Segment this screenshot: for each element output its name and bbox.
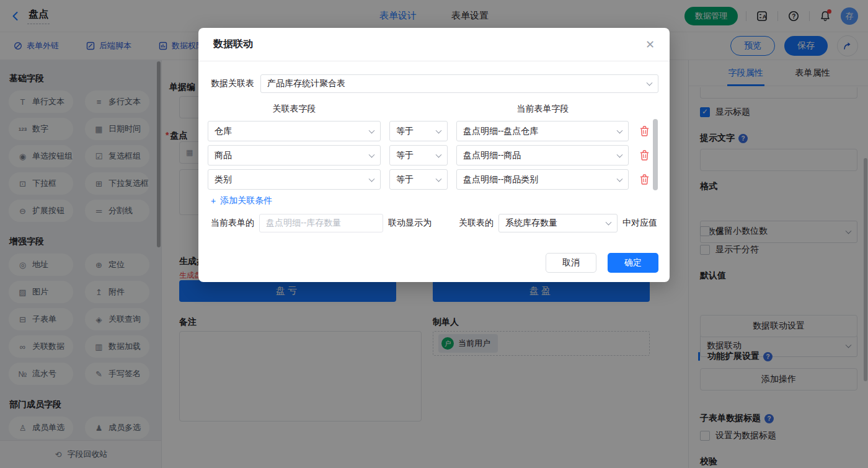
delete-condition-button[interactable]: [637, 145, 651, 166]
dialog-footer: 取消 确定: [546, 253, 658, 273]
delete-condition-button[interactable]: [637, 169, 651, 190]
current-form-field-select[interactable]: 盘点明细--商品: [456, 145, 629, 166]
chevron-down-icon: [369, 127, 375, 133]
operator-select-value: 等于: [396, 174, 414, 185]
condition-row: 仓库等于盘点明细--盘点仓库: [208, 121, 651, 141]
related-table-field-select-value: 类别: [215, 174, 232, 185]
current-form-field-select[interactable]: 盘点明细--商品类别: [456, 169, 629, 190]
linked-table-select[interactable]: 产品库存统计聚合表: [260, 74, 658, 93]
trash-icon: [640, 150, 649, 161]
mapping-row: 当前表单的 盘点明细--库存数量 联动显示为 关联表的 系统库存数量 中对应值: [211, 214, 657, 232]
related-table-field-select[interactable]: 仓库: [208, 121, 381, 141]
chevron-down-icon: [436, 151, 442, 157]
chevron-down-icon: [606, 219, 612, 226]
data-linkage-dialog: 数据联动 ✕ 数据关联表 产品库存统计聚合表 关联表字段 当前表单字段 仓库等于…: [198, 28, 670, 282]
app: 盘点 表单设计 表单设置 数据管理 A ? 存 表单外链: [0, 0, 868, 468]
current-form-field-select-value: 盘点明细--商品类别: [463, 174, 538, 185]
linked-table-row: 数据关联表 产品库存统计聚合表: [211, 74, 658, 93]
trash-icon: [640, 174, 649, 185]
column-header-right: 当前表单字段: [456, 104, 629, 115]
mapping-mid-label: 联动显示为: [388, 218, 432, 229]
column-header-left: 关联表字段: [208, 104, 381, 115]
mapping-rel-label: 关联表的: [459, 218, 494, 229]
dialog-header: 数据联动 ✕: [198, 28, 670, 61]
operator-select-value: 等于: [396, 150, 414, 161]
linked-table-value: 产品库存统计聚合表: [267, 78, 345, 89]
operator-select[interactable]: 等于: [389, 121, 448, 141]
related-table-field-select[interactable]: 类别: [208, 169, 381, 190]
chevron-down-icon: [436, 175, 442, 182]
operator-select-value: 等于: [396, 126, 414, 137]
confirm-button[interactable]: 确定: [608, 253, 658, 273]
add-condition-link[interactable]: + 添加关联条件: [211, 195, 272, 206]
mapping-suffix-label: 中对应值: [622, 218, 657, 229]
dialog-scrollbar[interactable]: [653, 119, 658, 190]
chevron-down-icon: [436, 127, 442, 133]
cancel-button[interactable]: 取消: [546, 253, 596, 273]
trash-icon: [640, 126, 649, 136]
plus-icon: +: [211, 196, 216, 206]
chevron-down-icon: [647, 80, 653, 86]
close-icon[interactable]: ✕: [645, 39, 655, 50]
related-table-field-select-value: 商品: [215, 150, 232, 161]
current-form-field-select-value: 盘点明细--商品: [463, 150, 521, 161]
related-table-field-select[interactable]: 商品: [208, 145, 381, 166]
current-form-field-select-value: 盘点明细--盘点仓库: [463, 126, 538, 137]
related-field-select[interactable]: 系统库存数量: [498, 214, 618, 232]
condition-row: 类别等于盘点明细--商品类别: [208, 169, 651, 190]
operator-select[interactable]: 等于: [389, 145, 448, 166]
condition-row: 商品等于盘点明细--商品: [208, 145, 651, 166]
chevron-down-icon: [617, 127, 623, 133]
chevron-down-icon: [617, 151, 623, 157]
related-field-value: 系统库存数量: [505, 218, 557, 229]
chevron-down-icon: [369, 151, 375, 157]
condition-rows: 仓库等于盘点明细--盘点仓库商品等于盘点明细--商品类别等于盘点明细--商品类别: [208, 121, 651, 193]
current-form-field-select[interactable]: 盘点明细--盘点仓库: [456, 121, 629, 141]
chevron-down-icon: [617, 175, 623, 182]
dialog-title: 数据联动: [213, 38, 253, 51]
chevron-down-icon: [369, 175, 375, 182]
mapping-prefix-label: 当前表单的: [211, 218, 254, 229]
linked-table-label: 数据关联表: [211, 78, 254, 89]
delete-condition-button[interactable]: [637, 121, 651, 141]
add-condition-label: 添加关联条件: [220, 195, 272, 206]
operator-select[interactable]: 等于: [389, 169, 448, 190]
related-table-field-select-value: 仓库: [215, 126, 232, 137]
current-field-input[interactable]: 盘点明细--库存数量: [259, 214, 383, 232]
